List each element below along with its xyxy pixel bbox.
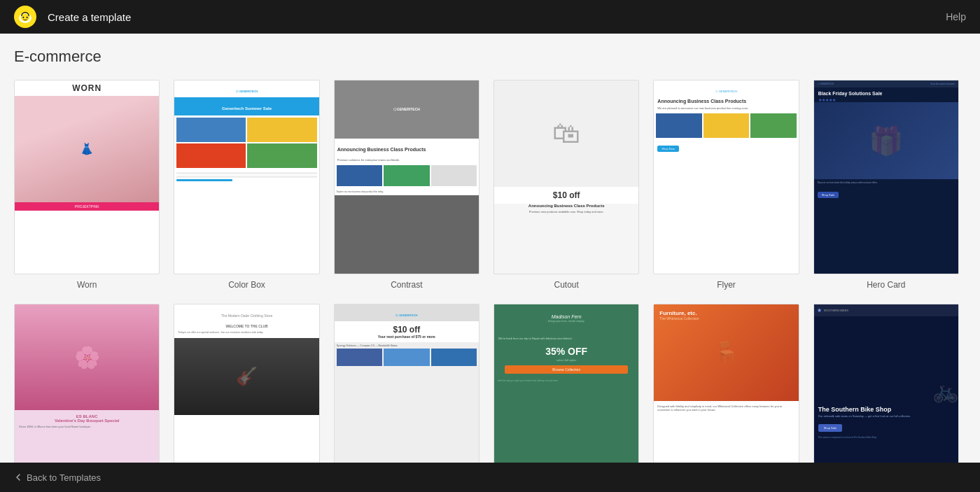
template-thumb-flyer[interactable]: 🪑 Furniture, etc. The Whimsical Collecti… [653, 304, 799, 477]
scroll-area[interactable]: E-commerce WORN 👗 PROJEKTPINK Worn [14, 48, 966, 477]
template-item-worn[interactable]: WORN 👗 PROJEKTPINK Worn [14, 80, 160, 290]
template-item-contrast[interactable]: ⬡ GENERITECH Announcing Business Class P… [334, 80, 479, 290]
template-thumb-herocard-r1[interactable]: ⬡ GENERITECH View this email in browser … [813, 80, 959, 274]
template-item-summersale[interactable]: ⬡ GENERITECH Generitech Summer Sale Co [174, 80, 319, 290]
flower-icon: 🌸 [74, 345, 100, 370]
template-thumb-summersale[interactable]: ⬡ GENERITECH Generitech Summer Sale [174, 80, 319, 274]
template-grid: WORN 👗 PROJEKTPINK Worn ⬡ GENERITECH Gen… [14, 80, 959, 477]
header-left: Create a template [14, 6, 131, 28]
person-playing-icon: 🎸 [236, 366, 258, 386]
template-item-contrast2[interactable]: ⬡ GENERITECH $10 off Your next purchase … [334, 304, 479, 477]
main-content: E-commerce WORN 👗 PROJEKTPINK Worn [0, 34, 980, 491]
template-name-herocard-r1: Hero Card [867, 280, 905, 290]
gift-icon: 🎁 [869, 125, 904, 157]
bag-icon: 🛍 [552, 118, 580, 149]
svg-point-4 [27, 17, 28, 18]
template-name-worn: Worn [77, 280, 97, 290]
template-thumb-boutique[interactable]: 🌸 ES BLANC Valentine's Day Bouquet Speci… [14, 304, 160, 477]
svg-point-3 [22, 17, 24, 18]
template-thumb-contrast[interactable]: ⬡ GENERITECH Announcing Business Class P… [334, 80, 479, 274]
template-item-boutique[interactable]: 🌸 ES BLANC Valentine's Day Bouquet Speci… [14, 304, 160, 477]
template-name-cutout-r1: Cutout [554, 280, 578, 290]
template-item-flyer-r1[interactable]: ⬡ GENERITECH Announcing Business Class P… [653, 80, 799, 290]
arrow-left-icon [14, 473, 22, 482]
template-thumb-flyer-r1[interactable]: ⬡ GENERITECH Announcing Business Class P… [653, 80, 799, 274]
template-thumb-colorbox2[interactable]: The Modern Dade Clothing Store WELCOME T… [174, 304, 319, 477]
star-icon: ★ [817, 307, 822, 314]
template-thumb-contrast2[interactable]: ⬡ GENERITECH $10 off Your next purchase … [334, 304, 479, 477]
template-thumb-worn[interactable]: WORN 👗 PROJEKTPINK [14, 80, 160, 274]
bicycle-icon: 🚲 [932, 379, 958, 403]
person-icon: 👗 [80, 142, 94, 155]
back-to-templates-link[interactable]: Back to Templates [14, 472, 101, 483]
header-title: Create a template [48, 11, 131, 23]
template-thumb-cutout[interactable]: Madison Fern things you love, made simpl… [493, 304, 639, 477]
chair-icon: 🪑 [713, 340, 739, 365]
template-item-cutout[interactable]: Madison Fern things you love, made simpl… [493, 304, 639, 477]
template-item-flyer[interactable]: 🪑 Furniture, etc. The Whimsical Collecti… [653, 304, 799, 477]
template-thumb-cutout-r1[interactable]: 🛍 $10 off Announcing Business Class Prod… [493, 80, 639, 274]
template-thumb-herocard[interactable]: ★ SOUTHERN BIKES 🚲 The Southern Bike Sho… [813, 304, 959, 477]
template-name-flyer-r1: Flyer [717, 280, 736, 290]
template-item-herocard[interactable]: ★ SOUTHERN BIKES 🚲 The Southern Bike Sho… [813, 304, 959, 477]
page-title: E-commerce [14, 48, 959, 66]
template-name-contrast: Contrast [391, 280, 422, 290]
app-header: Create a template Help [0, 0, 980, 34]
template-item-colorbox2[interactable]: The Modern Dade Clothing Store WELCOME T… [174, 304, 319, 477]
template-name-colorbox: Color Box [228, 280, 265, 290]
help-link[interactable]: Help [946, 11, 966, 22]
template-item-cutout-r1[interactable]: 🛍 $10 off Announcing Business Class Prod… [493, 80, 639, 290]
mailchimp-logo-icon[interactable] [14, 6, 36, 28]
app-footer: Back to Templates [0, 463, 980, 491]
template-item-herocard-r1[interactable]: ⬡ GENERITECH View this email in browser … [813, 80, 959, 290]
back-label: Back to Templates [27, 472, 101, 483]
